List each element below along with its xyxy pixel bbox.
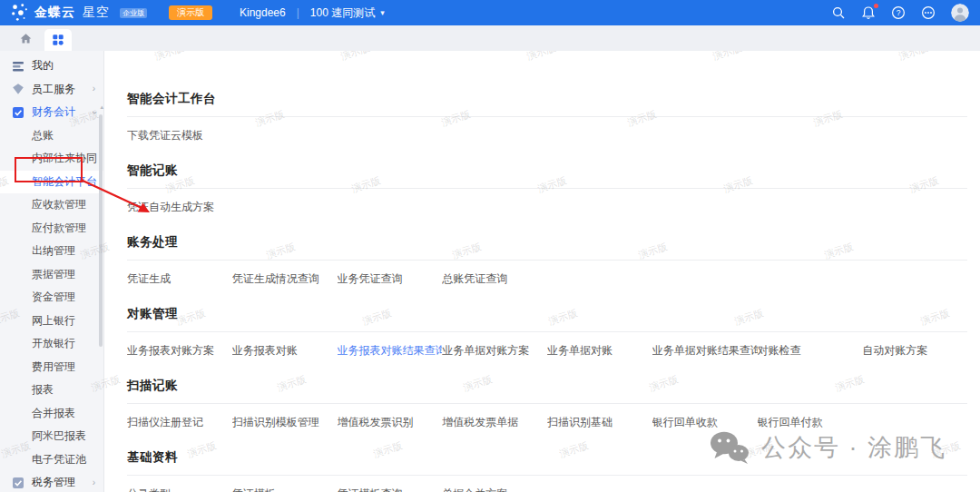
app-logo: 金蝶云星空 企业版: [11, 3, 147, 23]
svg-text:?: ?: [897, 8, 901, 17]
module-link[interactable]: 银行回单付款: [758, 415, 863, 430]
employee-service-icon: [12, 83, 24, 95]
sidebar-item-label: 合并报表: [32, 406, 75, 421]
section-title: 对账管理: [127, 306, 967, 332]
module-link[interactable]: 总账凭证查询: [442, 271, 547, 287]
sidebar-item-label: 报表: [32, 382, 54, 398]
module-link[interactable]: 增值税发票单据: [442, 415, 547, 430]
module-link[interactable]: 业务报表对账方案: [127, 343, 232, 359]
chevron-right-icon: ›: [93, 84, 95, 93]
module-link[interactable]: 业务单据对账方案: [442, 343, 547, 359]
module-link[interactable]: 自动对账方案: [862, 343, 967, 359]
sidebar-item[interactable]: 财务会计›: [0, 101, 103, 124]
tenant-switcher[interactable]: 100 速同测试 ▾: [310, 5, 385, 21]
section: 智能会计工作台下载凭证云模板: [127, 91, 967, 143]
tabbar: [0, 25, 980, 51]
module-link[interactable]: 业务单据对账结果查询: [652, 343, 758, 359]
module-link[interactable]: 业务报表对账结果查询☆: [338, 343, 443, 359]
section: 智能记账凭证自动生成方案: [127, 162, 967, 215]
more-options-icon[interactable]: [921, 5, 936, 20]
home-tab[interactable]: [11, 25, 41, 51]
scrollbar-up-icon[interactable]: ▴: [100, 103, 103, 111]
notification-dot: [874, 4, 878, 8]
chevron-right-icon: ›: [93, 478, 95, 487]
module-link[interactable]: 扫描识别基础: [547, 415, 652, 430]
sidebar-item[interactable]: 报表: [0, 379, 103, 402]
section-title: 基础资料: [127, 449, 967, 476]
chevron-down-icon: ▾: [380, 8, 385, 17]
help-icon[interactable]: ?: [891, 5, 906, 20]
module-link[interactable]: 凭证自动生成方案: [127, 200, 232, 215]
module-link[interactable]: 下载凭证云模板: [127, 128, 232, 143]
module-link[interactable]: 凭证模板: [232, 487, 338, 492]
section: 对账管理业务报表对账方案业务报表对账业务报表对账结果查询☆业务单据对账方案业务单…: [127, 306, 967, 359]
sidebar-item[interactable]: 合并报表: [0, 402, 103, 426]
sidebar-item[interactable]: 费用管理: [0, 356, 103, 379]
sidebar-item-label: 费用管理: [32, 359, 75, 375]
module-link[interactable]: 凭证生成情况查询: [232, 271, 338, 287]
home-icon: [19, 32, 33, 45]
module-link[interactable]: 扫描识别模板管理: [232, 415, 338, 430]
module-link[interactable]: 分录类型: [127, 487, 232, 492]
section: 基础资料分录类型凭证模板凭证模板查询单据合并方案: [127, 449, 967, 492]
my-icon: [12, 60, 24, 73]
section-title: 账务处理: [127, 234, 967, 261]
app-menu-tab-active[interactable]: [44, 29, 72, 51]
topbar: 金蝶云星空 企业版 演示版 Kingdee6 | 100 速同测试 ▾ ?: [0, 0, 980, 25]
sidebar-item[interactable]: 应收款管理: [0, 193, 103, 217]
sidebar-item[interactable]: 网上银行: [0, 310, 103, 333]
sidebar-item[interactable]: 开放银行: [0, 332, 103, 356]
brand-sub-name: 星空: [83, 5, 110, 21]
sidebar-menu: 我的员工服务›财务会计›总账内部往来协同智能会计平台应收款管理应付款管理出纳管理…: [0, 54, 103, 492]
sidebar-item[interactable]: 总账: [0, 124, 103, 148]
grid-icon: [52, 34, 64, 46]
sidebar-item-label: 我的: [32, 58, 54, 74]
sidebar-item-label: 电子凭证池: [32, 452, 86, 467]
module-link[interactable]: 单据合并方案: [442, 487, 547, 492]
product-name: Kingdee6: [240, 6, 286, 19]
section-items: 凭证自动生成方案: [127, 200, 967, 215]
page-body: 我的员工服务›财务会计›总账内部往来协同智能会计平台应收款管理应付款管理出纳管理…: [0, 51, 980, 492]
module-link[interactable]: 业务凭证查询: [338, 271, 443, 287]
sidebar-item-label: 应付款管理: [32, 221, 86, 236]
section-items: 凭证生成凭证生成情况查询业务凭证查询总账凭证查询: [127, 271, 967, 287]
module-link[interactable]: 扫描仪注册登记: [127, 415, 232, 430]
sidebar-item-label: 智能会计平台: [32, 174, 97, 190]
sidebar-item[interactable]: 智能会计平台: [0, 171, 103, 194]
sidebar-item-label: 出纳管理: [32, 243, 75, 259]
brand-name: 金蝶云: [34, 5, 75, 21]
sidebar-item-label: 应收款管理: [32, 197, 86, 212]
module-link[interactable]: 凭证模板查询: [338, 487, 443, 492]
sidebar-item[interactable]: 员工服务›: [0, 78, 103, 102]
module-link[interactable]: 业务报表对账: [232, 343, 338, 359]
module-link[interactable]: 凭证生成: [127, 271, 232, 287]
user-avatar[interactable]: [951, 4, 969, 22]
module-link[interactable]: 业务单据对账: [547, 343, 652, 359]
section-title: 智能记账: [127, 162, 967, 189]
sidebar-item-label: 阿米巴报表: [32, 428, 86, 444]
module-link[interactable]: 银行回单收款: [652, 415, 758, 430]
sidebar-item-label: 开放银行: [32, 336, 75, 351]
section-items: 业务报表对账方案业务报表对账业务报表对账结果查询☆业务单据对账方案业务单据对账业…: [127, 343, 967, 359]
topbar-divider: |: [297, 6, 299, 19]
section-title: 扫描记账: [127, 378, 967, 404]
sidebar-item[interactable]: 税务管理›: [0, 471, 103, 492]
sidebar-item[interactable]: 票据管理: [0, 263, 103, 287]
sidebar-scrollbar[interactable]: [99, 114, 103, 347]
sidebar-item-label: 票据管理: [32, 267, 75, 282]
sidebar-item[interactable]: 电子凭证池: [0, 448, 103, 472]
notification-bell-icon[interactable]: [861, 5, 876, 20]
sidebar-item[interactable]: 出纳管理: [0, 240, 103, 263]
module-link[interactable]: 对账检查: [758, 343, 863, 359]
section-items: 分录类型凭证模板凭证模板查询单据合并方案: [127, 487, 967, 492]
sidebar-item[interactable]: 应付款管理: [0, 217, 103, 241]
demo-version-badge[interactable]: 演示版: [169, 5, 212, 20]
module-link[interactable]: 增值税发票识别: [338, 415, 443, 430]
sidebar-item[interactable]: 阿米巴报表: [0, 425, 103, 448]
sidebar-item[interactable]: 我的: [0, 54, 103, 78]
module-overview: 智能会计工作台下载凭证云模板智能记账凭证自动生成方案账务处理凭证生成凭证生成情况…: [104, 51, 980, 492]
sidebar: 我的员工服务›财务会计›总账内部往来协同智能会计平台应收款管理应付款管理出纳管理…: [0, 51, 104, 492]
sidebar-item[interactable]: 内部往来协同: [0, 147, 103, 171]
search-icon[interactable]: [831, 5, 846, 20]
sidebar-item[interactable]: 资金管理: [0, 286, 103, 310]
